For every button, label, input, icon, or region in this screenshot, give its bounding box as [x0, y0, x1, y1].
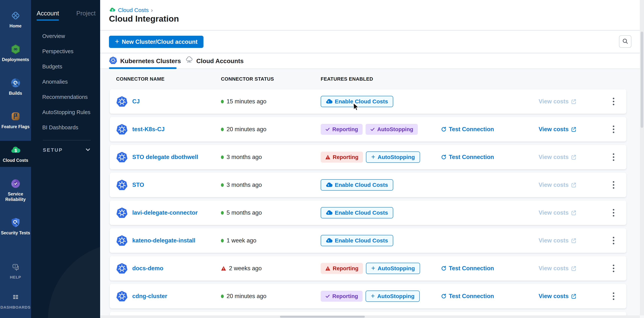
enable-cloud-costs-button[interactable]: $Enable Cloud Costs [321, 207, 393, 218]
connector-name-link[interactable]: cdng-cluster [132, 293, 167, 299]
rail-spacer [0, 247, 31, 258]
tab-cloud-accounts[interactable]: Cloud Accounts [185, 56, 244, 66]
row-menu-cell [600, 263, 626, 274]
test-connection-link[interactable]: Test Connection [441, 293, 494, 299]
sidebar-item-cloud-costs[interactable]: $ Cloud Costs [0, 141, 31, 167]
connector-name-link[interactable]: CJ [132, 98, 140, 105]
table-row: lavi-delegate-connector5 months ago$Enab… [110, 201, 626, 225]
sidebar-item-recommendations[interactable]: Recommendations [31, 90, 100, 105]
horizontal-scrollbar-thumb[interactable] [280, 316, 365, 317]
kebab-menu-button[interactable] [610, 235, 617, 246]
sidebar-item-label: Home [10, 23, 22, 29]
kebab-menu-button[interactable] [610, 151, 617, 163]
kebab-menu-button[interactable] [610, 179, 617, 191]
test-connection-link[interactable]: Test Connection [441, 154, 494, 161]
sidebar-item-help[interactable]: ? HELP [0, 258, 31, 283]
view-costs-link[interactable]: View costs [538, 182, 576, 188]
dashboards-icon [10, 292, 21, 302]
sidebar-item-autostopping-rules[interactable]: AutoStopping Rules [31, 105, 100, 120]
kebab-menu-button[interactable] [610, 124, 617, 135]
view-costs-link[interactable]: View costs [538, 237, 576, 244]
connector-status-cell: 20 minutes ago [221, 293, 321, 299]
external-link-icon [571, 266, 576, 271]
connector-name-link[interactable]: test-K8s-CJ [132, 126, 164, 133]
table-row: docs-demo2 weeks agoReporting+AutoStoppi… [110, 256, 626, 281]
test-connection-cell: Test Connection [434, 154, 538, 161]
kebab-menu-button[interactable] [610, 290, 617, 302]
view-costs-link[interactable]: View costs [538, 209, 576, 216]
view-costs-link[interactable]: View costs [538, 98, 576, 105]
test-connection-cell: Test Connection [434, 293, 538, 300]
tab-kubernetes-clusters[interactable]: Kubernetes Clusters [109, 56, 181, 66]
breadcrumb: $ Cloud Costs › [109, 7, 153, 14]
connector-name-link[interactable]: STO [132, 182, 144, 188]
button-label: Enable Cloud Costs [335, 98, 388, 105]
connector-name-link[interactable]: STO delegate dbothwell [132, 154, 198, 161]
sidebar-item-bi-dashboards[interactable]: BI Dashboards [31, 120, 100, 135]
view-costs-label: View costs [538, 98, 569, 105]
connector-status-cell: 1 week ago [221, 237, 321, 244]
connector-table: CONNECTOR NAME CONNECTOR STATUS FEATURES… [100, 69, 644, 318]
sidebar-item-dashboards[interactable]: DASHBOARDS [0, 288, 31, 313]
add-autostopping-button[interactable]: +AutoStopping [366, 263, 420, 274]
add-autostopping-button[interactable]: +AutoStopping [366, 290, 420, 302]
features-enabled-cell: Reporting+AutoStopping [321, 263, 434, 274]
new-cluster-cloud-account-button[interactable]: + New Cluster/Cloud account [109, 36, 204, 48]
row-menu-cell [600, 179, 626, 191]
check-icon [325, 294, 330, 299]
connector-name-cell: kateno-delegate-install [116, 235, 221, 246]
kubernetes-icon [116, 96, 128, 107]
sidebar-item-budgets[interactable]: Budgets [31, 59, 100, 74]
enable-cloud-costs-button[interactable]: $Enable Cloud Costs [321, 235, 393, 246]
view-costs-link[interactable]: View costs [538, 265, 576, 272]
setup-section-toggle[interactable]: SETUP [43, 147, 91, 153]
connector-name-link[interactable]: lavi-delegate-connector [132, 209, 198, 216]
tab-label: Kubernetes Clusters [120, 58, 181, 65]
view-costs-cell: View costs [538, 154, 600, 161]
enable-cloud-costs-button[interactable]: $Enable Cloud Costs [321, 96, 393, 107]
sidebar-item-overview[interactable]: Overview [31, 29, 100, 44]
kebab-menu-button[interactable] [610, 207, 617, 218]
sidebar-item-builds[interactable]: Builds [0, 74, 31, 100]
horizontal-scrollbar[interactable] [100, 315, 640, 318]
external-link-icon [571, 182, 576, 188]
breadcrumb-cloud-costs[interactable]: Cloud Costs [118, 7, 148, 13]
test-connection-link[interactable]: Test Connection [441, 126, 494, 133]
view-costs-link[interactable]: View costs [538, 293, 576, 299]
sidebar-item-service-reliability[interactable]: Service Reliability [0, 174, 31, 206]
vertical-scrollbar-thumb[interactable] [640, 32, 643, 128]
search-button[interactable] [619, 35, 632, 48]
external-link-icon [571, 238, 576, 243]
status-text: 15 minutes ago [226, 98, 266, 105]
sidebar-item-feature-flags[interactable]: Feature Flags [0, 107, 31, 133]
tab-account[interactable]: Account [37, 10, 59, 20]
connector-status-cell: 20 minutes ago [221, 126, 321, 133]
test-connection-link[interactable]: Test Connection [441, 265, 494, 272]
tab-project[interactable]: Project [76, 10, 96, 20]
cloud-costs-icon: $ [109, 7, 116, 14]
sidebar-item-security-tests[interactable]: Security Tests [0, 213, 31, 239]
sidebar-item-perspectives[interactable]: Perspectives [31, 44, 100, 59]
sidebar-item-label: HELP [10, 275, 21, 280]
main-content: $ Cloud Costs › Cloud Integration + New … [100, 0, 644, 318]
connector-name-link[interactable]: kateno-delegate-install [132, 237, 196, 244]
button-label: Enable Cloud Costs [335, 182, 388, 188]
chevron-down-icon [85, 147, 91, 153]
enable-cloud-costs-button[interactable]: $Enable Cloud Costs [321, 179, 393, 191]
test-connection-cell: Test Connection [434, 265, 538, 272]
sidebar-item-anomalies[interactable]: Anomalies [31, 74, 100, 90]
feature-badge-error: Reporting [321, 263, 363, 274]
kebab-menu-button[interactable] [610, 263, 617, 274]
cloud-dollar-icon: $ [326, 99, 332, 104]
kebab-menu-button[interactable] [610, 96, 617, 107]
view-costs-link[interactable]: View costs [538, 154, 576, 161]
feature-badge-ok: Reporting [321, 291, 362, 302]
add-autostopping-button[interactable]: +AutoStopping [366, 151, 420, 163]
vertical-scrollbar[interactable] [640, 0, 644, 315]
connector-name-link[interactable]: docs-demo [132, 265, 163, 272]
external-link-icon [571, 154, 576, 160]
sidebar-item-deployments[interactable]: ∞ Deployments [0, 40, 31, 66]
view-costs-link[interactable]: View costs [538, 126, 576, 133]
sidebar-item-home[interactable]: Home [0, 7, 31, 33]
app-window: Home ∞ Deployments Builds Feature Flags … [0, 0, 644, 318]
